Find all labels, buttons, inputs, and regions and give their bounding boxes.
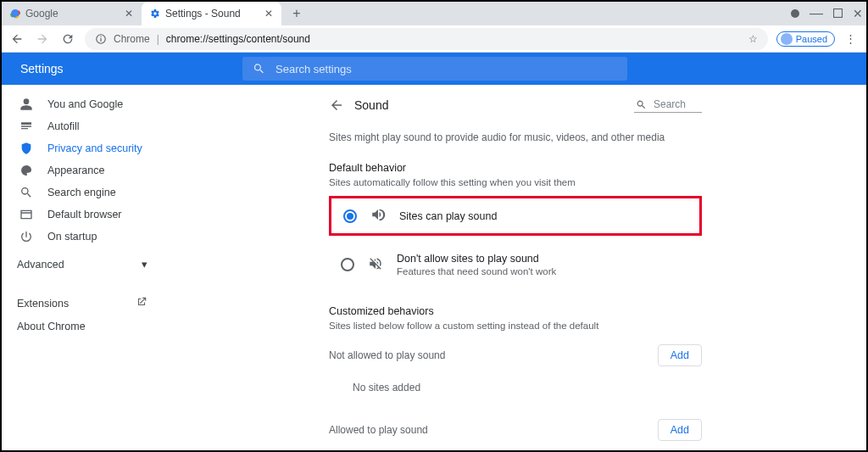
maximize-icon[interactable] bbox=[833, 8, 843, 20]
settings-header: Settings bbox=[2, 53, 866, 85]
customized-heading: Customized behaviors bbox=[329, 285, 702, 317]
open-external-icon bbox=[136, 296, 147, 310]
omnibox-prefix: Chrome bbox=[114, 33, 150, 45]
browser-tab[interactable]: Settings - Sound ✕ bbox=[142, 2, 281, 25]
person-icon bbox=[19, 98, 34, 111]
search-icon bbox=[253, 62, 265, 75]
svg-rect-4 bbox=[834, 8, 843, 17]
browser-toolbar: Chrome | chrome://settings/content/sound… bbox=[2, 25, 866, 53]
back-icon[interactable] bbox=[8, 32, 25, 46]
volume-off-icon bbox=[368, 256, 383, 274]
settings-panel: Sound Sites might play sound to provide … bbox=[329, 85, 702, 452]
reload-icon[interactable] bbox=[59, 32, 76, 46]
volume-on-icon bbox=[370, 207, 386, 225]
radio-unchecked-icon[interactable] bbox=[341, 258, 354, 271]
search-input[interactable] bbox=[274, 62, 617, 76]
google-favicon-icon bbox=[10, 8, 20, 19]
panel-description: Sites might play sound to provide audio … bbox=[329, 113, 702, 143]
minimize-icon[interactable]: — bbox=[810, 6, 823, 21]
sidebar-advanced-toggle[interactable]: Advanced ▾ bbox=[2, 248, 164, 276]
avatar-icon bbox=[781, 33, 793, 45]
sidebar-label: Autofill bbox=[47, 120, 80, 132]
no-sites-text: No sites added bbox=[329, 441, 702, 452]
option-block-sub: Features that need sound won't work bbox=[397, 266, 556, 276]
settings-search[interactable] bbox=[242, 57, 627, 81]
autofill-icon bbox=[19, 120, 34, 133]
default-behavior-heading: Default behavior bbox=[329, 143, 702, 174]
sidebar-label: Search engine bbox=[47, 187, 116, 198]
window-controls: — ✕ bbox=[791, 2, 863, 25]
sidebar-about-chrome[interactable]: About Chrome bbox=[2, 312, 164, 334]
not-allowed-heading: Not allowed to play sound bbox=[329, 349, 445, 361]
browser-tab-strip: Google ✕ Settings - Sound ✕ + — ✕ bbox=[2, 2, 866, 25]
extensions-label: Extensions bbox=[17, 298, 69, 310]
tab-title: Settings - Sound bbox=[165, 8, 259, 20]
back-arrow-icon[interactable] bbox=[329, 98, 344, 113]
settings-favicon-icon bbox=[150, 8, 160, 19]
panel-search[interactable] bbox=[634, 97, 702, 113]
forward-icon[interactable] bbox=[34, 32, 51, 46]
omnibox-url: chrome://settings/content/sound bbox=[166, 33, 310, 45]
sidebar-item-appearance[interactable]: Appearance bbox=[2, 159, 164, 181]
sidebar-item-on-startup[interactable]: On startup bbox=[2, 226, 164, 248]
profile-chip[interactable]: Paused bbox=[776, 31, 835, 47]
close-icon[interactable]: ✕ bbox=[125, 8, 133, 20]
settings-sidebar: You and Google Autofill Privacy and secu… bbox=[2, 85, 164, 452]
panel-title: Sound bbox=[354, 98, 388, 112]
svg-rect-6 bbox=[100, 37, 101, 41]
sidebar-label: Default browser bbox=[47, 209, 122, 220]
page-title: Settings bbox=[2, 62, 242, 75]
default-behavior-sub: Sites automatically follow this setting … bbox=[329, 174, 702, 187]
sidebar-item-you-and-google[interactable]: You and Google bbox=[2, 93, 164, 115]
sidebar-label: Appearance bbox=[47, 165, 104, 176]
sidebar-item-autofill[interactable]: Autofill bbox=[2, 115, 164, 137]
incognito-off-icon bbox=[791, 9, 799, 18]
chevron-down-icon: ▾ bbox=[142, 258, 147, 271]
bookmark-star-icon[interactable]: ☆ bbox=[748, 33, 758, 45]
option-allow-label: Sites can play sound bbox=[399, 210, 497, 222]
close-icon[interactable]: ✕ bbox=[264, 8, 273, 20]
profile-label: Paused bbox=[796, 34, 827, 44]
sidebar-item-default-browser[interactable]: Default browser bbox=[2, 204, 164, 226]
shield-icon bbox=[19, 142, 34, 155]
address-bar[interactable]: Chrome | chrome://settings/content/sound… bbox=[85, 28, 768, 50]
svg-rect-7 bbox=[100, 36, 101, 36]
panel-search-input[interactable] bbox=[652, 98, 694, 111]
appearance-icon bbox=[19, 164, 34, 177]
sidebar-label: You and Google bbox=[47, 98, 123, 110]
browser-tab[interactable]: Google ✕ bbox=[2, 2, 142, 25]
about-label: About Chrome bbox=[17, 321, 86, 332]
option-dont-allow-sound[interactable]: Don't allow sites to play sound Features… bbox=[329, 244, 702, 285]
radio-checked-icon[interactable] bbox=[343, 209, 357, 223]
search-icon bbox=[636, 99, 647, 110]
sidebar-label: On startup bbox=[47, 231, 97, 243]
sidebar-item-search-engine[interactable]: Search engine bbox=[2, 181, 164, 204]
option-sites-can-play-sound[interactable]: Sites can play sound bbox=[329, 196, 702, 236]
advanced-label: Advanced bbox=[17, 259, 64, 271]
add-not-allowed-button[interactable]: Add bbox=[658, 344, 702, 366]
allowed-heading: Allowed to play sound bbox=[329, 424, 428, 436]
sidebar-extensions[interactable]: Extensions bbox=[2, 287, 164, 312]
add-allowed-button[interactable]: Add bbox=[658, 419, 702, 441]
tab-title: Google bbox=[25, 8, 120, 20]
sidebar-label: Privacy and security bbox=[47, 142, 142, 154]
browser-menu-icon[interactable]: ⋮ bbox=[842, 32, 860, 45]
no-sites-text: No sites added bbox=[329, 366, 702, 399]
customized-sub: Sites listed below follow a custom setti… bbox=[329, 317, 702, 331]
browser-icon bbox=[19, 208, 34, 221]
search-icon bbox=[19, 186, 34, 199]
new-tab-button[interactable]: + bbox=[287, 3, 307, 24]
power-icon bbox=[19, 230, 34, 243]
option-block-label: Don't allow sites to play sound bbox=[397, 253, 556, 265]
site-info-icon[interactable] bbox=[95, 33, 107, 45]
sidebar-item-privacy-and-security[interactable]: Privacy and security bbox=[2, 137, 164, 159]
close-icon[interactable]: ✕ bbox=[853, 7, 863, 20]
